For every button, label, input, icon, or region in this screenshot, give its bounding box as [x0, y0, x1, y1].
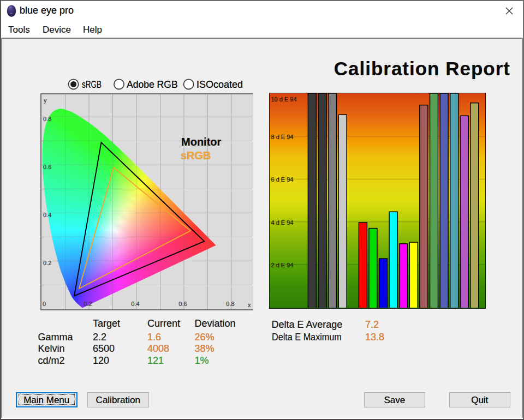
svg-text:0.6: 0.6 — [43, 163, 51, 170]
svg-text:x: x — [248, 302, 251, 308]
svg-text:8 d E 94: 8 d E 94 — [271, 133, 294, 140]
svg-text:0.8: 0.8 — [226, 301, 234, 307]
svg-text:0: 0 — [43, 301, 46, 307]
svg-text:0.2: 0.2 — [43, 259, 51, 266]
svg-text:4 d E 94: 4 d E 94 — [271, 219, 294, 225]
svg-text:Monitor: Monitor — [181, 136, 222, 148]
svg-text:0.4: 0.4 — [131, 301, 139, 307]
svg-text:6 d E 94: 6 d E 94 — [271, 176, 294, 183]
svg-text:0.4: 0.4 — [43, 211, 51, 218]
svg-text:2 d E 94: 2 d E 94 — [271, 262, 294, 268]
svg-text:10 d E 94: 10 d E 94 — [271, 95, 297, 102]
svg-text:0.2: 0.2 — [84, 301, 92, 307]
svg-text:0.8: 0.8 — [43, 115, 51, 122]
svg-text:y: y — [44, 97, 47, 104]
svg-text:sRGB: sRGB — [181, 149, 211, 161]
svg-text:0.6: 0.6 — [178, 301, 187, 307]
